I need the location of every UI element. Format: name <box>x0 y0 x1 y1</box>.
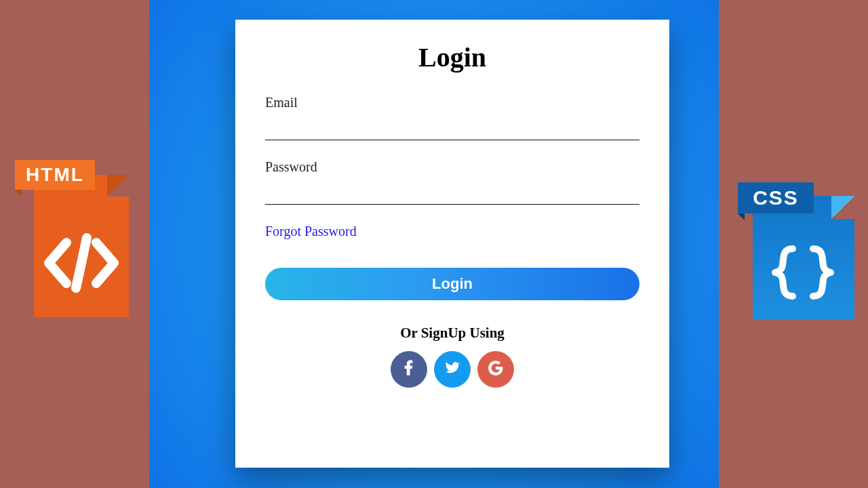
css-badge: CSS <box>738 182 814 214</box>
svg-line-0 <box>76 238 87 288</box>
google-button[interactable] <box>477 351 514 388</box>
css-file-icon: CSS <box>738 170 859 319</box>
html-file-icon: HTML <box>15 141 134 317</box>
email-field-group: Email <box>265 95 639 140</box>
html-file-fold <box>107 175 129 197</box>
email-label: Email <box>265 95 639 110</box>
facebook-icon <box>400 359 418 380</box>
curly-braces-icon <box>762 235 844 310</box>
css-file-fold <box>831 196 854 219</box>
login-button[interactable]: Login <box>265 268 639 300</box>
facebook-button[interactable] <box>391 351 427 388</box>
password-label: Password <box>265 159 639 175</box>
login-title: Login <box>265 41 639 73</box>
social-buttons <box>265 351 639 388</box>
login-card: Login Email Password Forgot Password Log… <box>235 20 669 468</box>
password-field-group: Password <box>265 159 639 205</box>
google-icon <box>487 359 505 380</box>
twitter-icon <box>443 359 461 380</box>
code-brackets-icon <box>41 222 122 304</box>
forgot-password-link[interactable]: Forgot Password <box>265 224 357 239</box>
twitter-button[interactable] <box>434 351 471 388</box>
email-input[interactable] <box>265 117 639 140</box>
alt-signup-label: Or SignUp Using <box>265 325 639 342</box>
html-badge: HTML <box>15 160 95 190</box>
password-input[interactable] <box>265 182 639 205</box>
